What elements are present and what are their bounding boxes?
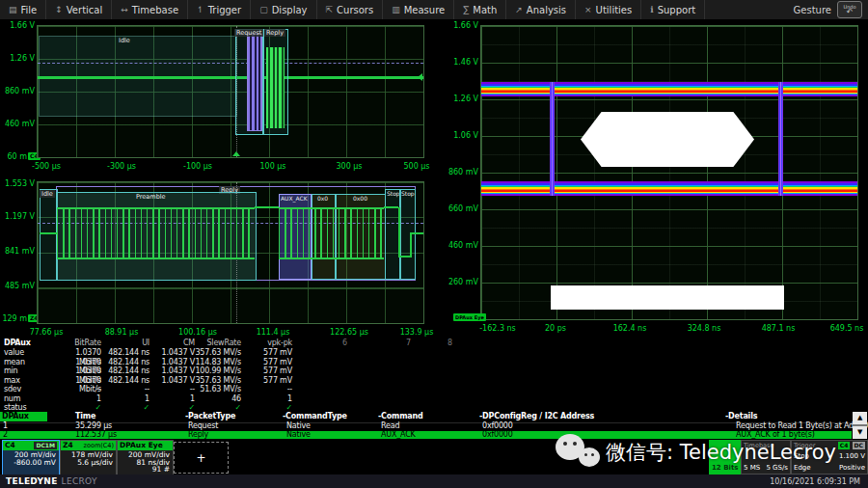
- menu-utilities[interactable]: ×Utilities: [576, 0, 641, 19]
- eye-ylabel: 260 mV: [446, 278, 478, 286]
- decode-col-commandtype[interactable]: -CommandType: [283, 412, 347, 420]
- measure-cell: 51.63 MV/s: [195, 385, 241, 394]
- math-icon: ∑: [463, 5, 469, 14]
- channel-descriptor-c4[interactable]: C4DC1M 200 mV/div-860.00 mV: [2, 440, 60, 475]
- eye-trace-badge: DPAux Eye: [453, 313, 486, 321]
- c4-coupling-badge: DC1M: [34, 442, 57, 449]
- measure-title: DPAux: [0, 339, 53, 348]
- g2-grid[interactable]: Reply Idle Preamble AUX_ACK 0x0 0x00 Sto…: [37, 181, 424, 324]
- menu-bar: ▤File ↕Vertical ↔Timebase ↿Trigger ▢Disp…: [0, 0, 868, 20]
- g2-ylabel: 1.553 V: [2, 179, 35, 188]
- eye-xlabel: -162.3 ns: [479, 324, 516, 333]
- decode-col-time[interactable]: Time: [75, 412, 95, 420]
- g2-stop2-box: [399, 189, 416, 280]
- graph-acquisition: 1.66 V 1.26 V 860 mV 460 mV 60 m C4 Idle…: [2, 21, 431, 177]
- eye-grid[interactable]: [480, 25, 858, 320]
- decode-protocol-badge[interactable]: DPAux: [0, 412, 47, 421]
- g1-idle-label: Idle: [117, 37, 132, 44]
- menu-display[interactable]: ▢Display: [251, 0, 316, 19]
- z4-tdiv: 5.6 µs/div: [61, 459, 113, 467]
- menu-support[interactable]: ℹSupport: [641, 0, 705, 19]
- status-check: ✓: [195, 403, 241, 413]
- scroll-up-icon[interactable]: ▲: [853, 412, 867, 424]
- graph-zoom-decode: 1.553 V 1.197 V 841 mV 485 mV 129 m Z4 R…: [2, 177, 431, 334]
- decode-col-command[interactable]: -Command: [378, 412, 423, 420]
- eye-xlabel: 20 ps: [545, 324, 566, 333]
- timebase-icon: ↔: [121, 5, 128, 14]
- menu-measure[interactable]: ▥Measure: [383, 0, 454, 19]
- g1-level-marker: [418, 73, 422, 81]
- eye-xlabel: 487.1 ns: [762, 324, 796, 333]
- menu-trigger-label: Trigger: [208, 5, 242, 15]
- eye-ylabel: 660 mV: [446, 204, 478, 213]
- g1-xlabel: -300 µs: [107, 162, 136, 171]
- decode-col-details[interactable]: -Details: [725, 412, 757, 420]
- undo-button[interactable]: Undo ↶: [837, 1, 862, 18]
- status-check: ✓: [241, 403, 292, 413]
- g1-ylabel: 460 mV: [2, 120, 35, 128]
- measure-col-header: vpk-pk: [241, 339, 292, 348]
- cursors-icon: ⇱: [326, 5, 334, 14]
- g1-grid[interactable]: Idle Request Reply: [37, 25, 424, 158]
- g2-ylabel: 485 mV: [2, 282, 35, 290]
- eye-ylabel: 1.46 V: [446, 58, 478, 67]
- trigger-icon: ↿: [197, 5, 204, 14]
- graph-eye-diagram: 1.66 V 1.46 V 1.26 V 1.06 V 860 mV 660 m…: [453, 21, 868, 332]
- measure-cell: --: [101, 385, 149, 394]
- g2-trace-fall: [398, 207, 400, 258]
- menu-file[interactable]: ▤File: [0, 0, 46, 19]
- watermark-text: 微信号: TeledyneLecroy: [606, 439, 836, 466]
- g1-request-label: Request: [234, 29, 263, 37]
- g2-trace-flat-right: [410, 232, 423, 234]
- menu-math-label: Math: [473, 5, 497, 15]
- add-trace-button[interactable]: +: [174, 442, 229, 474]
- eye-crossing-left: [550, 82, 555, 196]
- brand-lecroy: LECROY: [58, 476, 97, 486]
- c4-offset: -860.00 mV: [3, 459, 56, 467]
- menu-utilities-label: Utilities: [596, 5, 633, 15]
- menu-timebase-label: Timebase: [132, 5, 178, 15]
- g1-ylabel: 860 mV: [2, 87, 35, 95]
- g2-ylabel: 841 mV: [2, 247, 35, 256]
- g1-trace: [38, 76, 423, 79]
- g1-xlabel: 300 µs: [336, 162, 362, 171]
- status-bar: TELEDYNE LECROY 10/16/2021 6:09:31 PM: [0, 474, 868, 488]
- g1-ylabel: 60 m: [0, 152, 27, 161]
- menu-trigger[interactable]: ↿Trigger: [188, 0, 251, 19]
- measure-row-sdev: sdev -- -- -- 51.63 MV/s --: [0, 385, 461, 394]
- g2-trace-stop-high: [384, 206, 398, 208]
- channel-descriptor-z4[interactable]: Z4zoom(C4) 178 mV/div5.6 µs/div: [60, 440, 117, 475]
- eye-mask-hexagon: [581, 112, 754, 167]
- measure-row-label: sdev: [0, 385, 53, 394]
- z4-source: zoom(C4): [84, 441, 114, 450]
- measure-cell: --: [149, 385, 195, 394]
- menu-file-label: File: [21, 5, 38, 15]
- measure-cell: --: [241, 385, 292, 394]
- g2-trace-rise: [410, 232, 412, 258]
- menu-analysis[interactable]: ↗Analysis: [506, 0, 576, 19]
- menu-math[interactable]: ∑Math: [454, 0, 506, 19]
- eye-ylabel: 860 mV: [446, 168, 478, 176]
- eye-count: 91 #: [118, 466, 170, 474]
- measure-col-header: 6: [292, 339, 347, 348]
- g2-trace-flat-left: [40, 232, 57, 234]
- eye-high-rail: [481, 82, 857, 96]
- measure-col-header: BitRate: [53, 339, 101, 348]
- menu-vertical-label: Vertical: [67, 5, 102, 15]
- g1-xlabel: 100 µs: [259, 162, 285, 171]
- g2-preamble-label: Preamble: [134, 193, 168, 201]
- menu-display-label: Display: [272, 5, 308, 15]
- decode-col-address[interactable]: -DPConfigReg / I2C Address: [479, 412, 594, 420]
- oscilloscope-screen: ▤File ↕Vertical ↔Timebase ↿Trigger ▢Disp…: [0, 0, 868, 488]
- menu-measure-label: Measure: [404, 5, 446, 15]
- menu-analysis-label: Analysis: [527, 5, 566, 15]
- eye-xlabel: 162.4 ns: [613, 324, 647, 333]
- g1-xlabel: -100 µs: [183, 162, 212, 171]
- channel-descriptor-dpaux-eye[interactable]: DPAux Eye 200 mV/div81 ns/div91 #: [117, 440, 174, 475]
- decode-col-packettype[interactable]: -PacketType: [185, 412, 235, 420]
- menu-timebase[interactable]: ↔Timebase: [112, 0, 188, 19]
- menu-vertical[interactable]: ↕Vertical: [46, 0, 112, 19]
- eye-name: DPAux Eye: [120, 441, 163, 450]
- menu-cursors[interactable]: ⇱Cursors: [317, 0, 384, 19]
- gesture-label: Gesture: [788, 5, 837, 15]
